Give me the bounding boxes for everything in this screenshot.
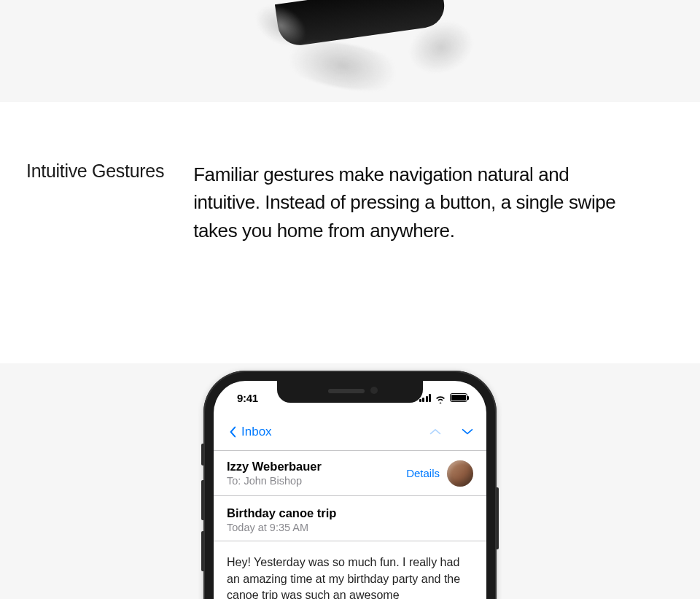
mail-nav-bar: Inbox [214,413,486,451]
battery-icon [450,393,467,402]
mail-from-name: Izzy Weberbauer [227,460,322,474]
mail-from-block: Izzy Weberbauer To: John Bishop [227,460,322,487]
phone-volume-up [201,480,203,520]
hero-water-section [0,0,700,102]
mail-to-name: John Bishop [244,475,302,487]
mail-header: Izzy Weberbauer To: John Bishop Details [214,451,486,496]
message-nav-arrows [429,426,473,438]
phone-mute-switch [201,444,203,465]
phone-notch [277,381,423,403]
phone-power-button [497,487,499,549]
feature-description: Familiar gestures make navigation natura… [193,161,616,244]
water-splash-decoration [274,33,411,98]
mail-to-line: To: John Bishop [227,475,322,487]
feature-title: Intuitive Gestures [26,161,164,244]
back-label: Inbox [241,425,272,439]
mail-date: Today at 9:35 AM [227,522,473,533]
mail-details-link[interactable]: Details [406,467,440,479]
feature-row: Intuitive Gestures Familiar gestures mak… [26,161,627,244]
status-time: 9:41 [237,390,258,404]
mail-details-block: Details [406,460,473,487]
avatar[interactable] [447,460,473,487]
mail-subject: Birthday canoe trip [227,506,473,520]
mail-body-text: Hey! Yesterday was so much fun. I really… [214,541,486,599]
chevron-left-icon [227,426,238,438]
phone-volume-down [201,531,203,571]
mail-to-label: To: [227,475,241,487]
phone-screen: 9:41 Inbox [214,381,486,599]
back-button[interactable]: Inbox [227,425,272,439]
chevron-up-icon[interactable] [429,426,441,438]
phone-device-frame: 9:41 Inbox [203,371,497,599]
status-icons [419,392,468,402]
wifi-icon [435,393,446,402]
phone-demo-section: 9:41 Inbox [0,363,700,599]
mail-subject-row: Birthday canoe trip Today at 9:35 AM [214,496,486,541]
chevron-down-icon[interactable] [462,426,473,438]
